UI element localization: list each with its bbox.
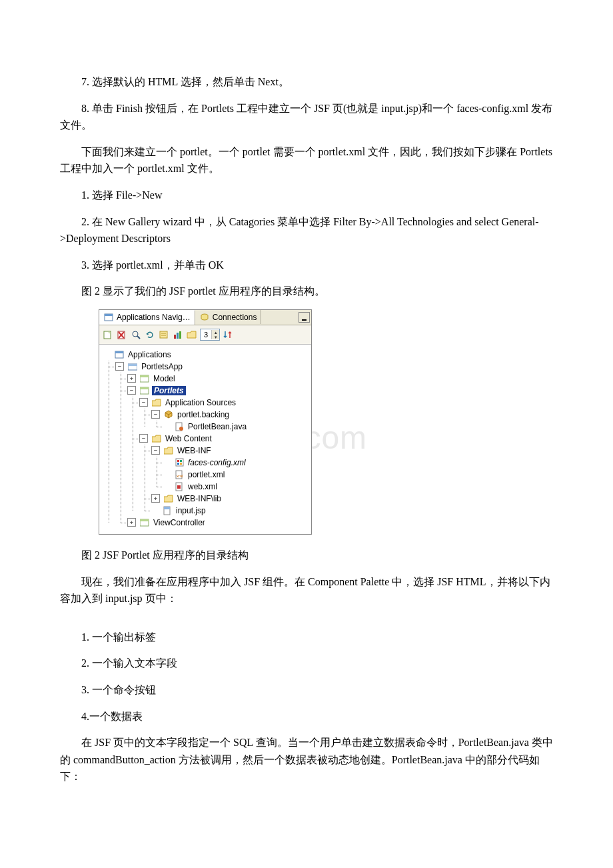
- tree-label: Applications: [127, 350, 173, 359]
- folder-icon: [163, 494, 174, 503]
- svg-rect-12: [174, 335, 176, 339]
- collapse-icon[interactable]: −: [127, 386, 136, 395]
- svg-text:xml: xml: [177, 474, 183, 478]
- tree-label: Web Content: [164, 434, 213, 443]
- tree-label: input.jsp: [175, 506, 207, 515]
- tree-node-portletsapp[interactable]: − PortletsApp: [115, 361, 308, 373]
- tree-label: Application Sources: [164, 398, 237, 407]
- tab-connections[interactable]: Connections: [195, 310, 262, 324]
- svg-rect-29: [180, 463, 182, 465]
- svg-rect-16: [115, 351, 123, 353]
- svg-rect-13: [177, 333, 179, 339]
- svg-rect-25: [176, 459, 183, 466]
- tree-root-applications[interactable]: Applications: [103, 349, 308, 361]
- toolbar-filter-icon[interactable]: [158, 329, 170, 341]
- toolbar-folder-icon[interactable]: [186, 329, 198, 341]
- tab-applications-navigator[interactable]: Applications Navig…: [99, 310, 195, 325]
- list-item-1: 1. 一个输出标签: [60, 629, 553, 646]
- project-icon: [139, 374, 150, 383]
- project-icon: [139, 386, 150, 395]
- svg-rect-26: [177, 460, 179, 462]
- tree-node-model[interactable]: + Model: [127, 373, 308, 385]
- navigator-tab-bar: Applications Navig… Connections: [99, 310, 311, 325]
- tree-label: PortletBean.java: [187, 422, 248, 431]
- paragraph-jsf-components: 现在，我们准备在应用程序中加入 JSF 组件。在 Component Palet…: [60, 573, 553, 607]
- minimize-button[interactable]: [299, 312, 310, 323]
- tree-node-application-sources[interactable]: − Application Sources: [139, 397, 308, 409]
- svg-rect-33: [177, 485, 181, 489]
- tree-label: web.xml: [187, 482, 219, 491]
- collapse-icon[interactable]: −: [151, 410, 160, 419]
- project-icon: [139, 518, 150, 527]
- tree-label: Model: [152, 374, 177, 383]
- svg-rect-18: [128, 364, 137, 366]
- paragraph-step-7: 7. 选择默认的 HTML 选择，然后单击 Next。: [60, 73, 553, 91]
- svg-rect-20: [140, 375, 149, 377]
- svg-point-7: [133, 331, 138, 337]
- paragraph-step-8: 8. 单击 Finish 按钮后，在 Portlets 工程中建立一个 JSF …: [60, 100, 553, 134]
- svg-rect-28: [177, 463, 179, 465]
- folder-icon: [151, 434, 162, 443]
- paragraph-step-3: 3. 选择 portlet.xml，并单击 OK: [60, 257, 553, 274]
- expand-icon[interactable]: +: [127, 374, 136, 383]
- toolbar-delete-icon[interactable]: [116, 329, 128, 341]
- svg-rect-1: [105, 314, 113, 316]
- list-item-4: 4.一个数据表: [60, 708, 553, 725]
- paragraph-intro-portlet: 下面我们来建立一个 portlet。一个 portlet 需要一个 portle…: [60, 143, 553, 177]
- svg-rect-37: [140, 519, 149, 521]
- toolbar-search-icon[interactable]: [130, 329, 142, 341]
- tree-node-viewcontroller[interactable]: + ViewController: [127, 517, 308, 529]
- expand-icon[interactable]: +: [151, 494, 160, 503]
- tab-label: Connections: [213, 313, 257, 322]
- toolbar-level-stepper[interactable]: 3 ▴▾: [200, 329, 220, 341]
- tree-label-selected: Portlets: [152, 386, 186, 395]
- expand-icon[interactable]: +: [127, 518, 136, 527]
- navigator-toolbar: 3 ▴▾: [99, 325, 311, 345]
- xml-config-icon: [174, 458, 185, 467]
- collapse-icon[interactable]: −: [139, 434, 148, 443]
- list-item-3: 3. 一个命令按钮: [60, 681, 553, 699]
- tree-label: WEB-INF\lib: [176, 494, 223, 503]
- web-xml-icon: [174, 482, 185, 491]
- tree-label: PortletsApp: [140, 362, 184, 371]
- stepper-up-icon[interactable]: ▴: [212, 330, 219, 335]
- svg-rect-14: [179, 331, 181, 339]
- svg-rect-35: [164, 507, 170, 509]
- jsp-file-icon: [162, 506, 173, 515]
- svg-line-8: [137, 336, 140, 339]
- applications-root-icon: [114, 350, 125, 359]
- tree-node-web-inf-lib[interactable]: + WEB-INF\lib: [151, 493, 308, 505]
- folder-icon: [151, 398, 162, 407]
- tree-label: faces-config.xml: [187, 458, 247, 467]
- figure-2-caption: 图 2 JSF Portlet 应用程序的目录结构: [60, 547, 553, 564]
- navigator-tree: Applications − PortletsApp: [99, 345, 311, 534]
- collapse-icon[interactable]: −: [115, 362, 124, 371]
- tree-node-faces-config[interactable]: faces-config.xml: [163, 457, 308, 469]
- tree-node-portlets[interactable]: − Portlets: [127, 385, 308, 397]
- collapse-icon[interactable]: −: [139, 398, 148, 407]
- tree-node-portlet-xml[interactable]: xml portlet.xml: [163, 469, 308, 481]
- paragraph-step-1: 1. 选择 File->New: [60, 187, 553, 204]
- tree-label: portlet.xml: [187, 470, 226, 479]
- package-icon: [163, 410, 174, 419]
- toolbar-refresh-icon[interactable]: [144, 329, 156, 341]
- tree-node-web-content[interactable]: − Web Content: [139, 433, 308, 445]
- tree-node-portletbean-java[interactable]: PortletBean.java: [163, 421, 308, 433]
- applications-navigator-panel: Applications Navig… Connections: [99, 309, 312, 535]
- toolbar-chart-icon[interactable]: [172, 329, 184, 341]
- tree-node-web-xml[interactable]: web.xml: [163, 481, 308, 493]
- tree-label: WEB-INF: [176, 446, 213, 455]
- svg-rect-9: [160, 331, 167, 338]
- svg-rect-27: [180, 460, 182, 462]
- toolbar-sort-icon[interactable]: [222, 329, 234, 341]
- paragraph-sql-desc: 在 JSF 页中的文本字段指定一个 SQL 查询。当一个用户单击建立数据表命令时…: [60, 734, 553, 785]
- tree-node-web-inf[interactable]: − WEB-INF: [151, 445, 308, 457]
- collapse-icon[interactable]: −: [151, 446, 160, 455]
- tree-node-input-jsp[interactable]: input.jsp: [151, 505, 308, 517]
- list-item-2: 2. 一个输入文本字段: [60, 655, 553, 672]
- tree-node-portlet-backing[interactable]: − portlet.backing: [151, 409, 308, 421]
- navigator-panel-wrapper: bdocx.com Applications Navig… Connection…: [60, 309, 553, 535]
- toolbar-new-icon[interactable]: [102, 329, 114, 341]
- svg-point-24: [179, 427, 183, 431]
- stepper-down-icon[interactable]: ▾: [212, 335, 219, 339]
